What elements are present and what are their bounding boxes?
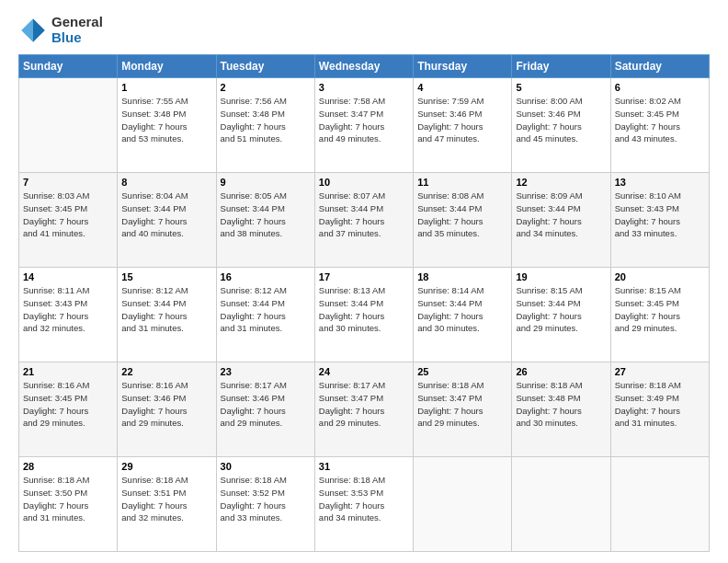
cell-content: Sunrise: 8:13 AM Sunset: 3:44 PM Dayligh… (319, 284, 409, 335)
cell-content: Sunrise: 7:55 AM Sunset: 3:48 PM Dayligh… (121, 95, 211, 145)
logo-icon (18, 16, 48, 45)
calendar-cell: 18Sunrise: 8:14 AM Sunset: 3:44 PM Dayli… (414, 268, 512, 362)
day-number: 8 (121, 177, 211, 188)
day-number: 15 (121, 271, 211, 282)
day-number: 30 (221, 461, 311, 472)
day-number: 9 (221, 177, 311, 188)
calendar-cell (414, 457, 512, 552)
day-number: 1 (121, 82, 211, 93)
calendar-cell: 23Sunrise: 8:17 AM Sunset: 3:46 PM Dayli… (216, 362, 314, 457)
day-number: 18 (417, 271, 507, 282)
day-number: 16 (221, 271, 311, 282)
cell-content: Sunrise: 8:18 AM Sunset: 3:49 PM Dayligh… (615, 379, 705, 430)
day-number: 23 (221, 366, 311, 377)
cell-content: Sunrise: 8:11 AM Sunset: 3:43 PM Dayligh… (23, 284, 113, 335)
calendar-cell: 1Sunrise: 7:55 AM Sunset: 3:48 PM Daylig… (118, 78, 216, 173)
calendar-cell: 6Sunrise: 8:02 AM Sunset: 3:45 PM Daylig… (610, 78, 709, 173)
calendar-cell: 17Sunrise: 8:13 AM Sunset: 3:44 PM Dayli… (314, 268, 413, 362)
cell-content: Sunrise: 8:12 AM Sunset: 3:44 PM Dayligh… (121, 284, 211, 335)
calendar-cell: 29Sunrise: 8:18 AM Sunset: 3:51 PM Dayli… (118, 457, 216, 552)
calendar-cell: 21Sunrise: 8:16 AM Sunset: 3:45 PM Dayli… (19, 362, 118, 457)
day-number: 4 (417, 82, 507, 93)
calendar-week-2: 7Sunrise: 8:03 AM Sunset: 3:45 PM Daylig… (19, 173, 710, 268)
cell-content: Sunrise: 8:18 AM Sunset: 3:47 PM Dayligh… (417, 379, 507, 430)
calendar-week-5: 28Sunrise: 8:18 AM Sunset: 3:50 PM Dayli… (19, 457, 710, 552)
calendar-week-1: 1Sunrise: 7:55 AM Sunset: 3:48 PM Daylig… (19, 78, 710, 173)
calendar-cell: 14Sunrise: 8:11 AM Sunset: 3:43 PM Dayli… (19, 268, 118, 362)
calendar-cell: 13Sunrise: 8:10 AM Sunset: 3:43 PM Dayli… (610, 173, 709, 268)
cell-content: Sunrise: 8:18 AM Sunset: 3:51 PM Dayligh… (121, 474, 211, 524)
calendar-cell: 20Sunrise: 8:15 AM Sunset: 3:45 PM Dayli… (610, 268, 709, 362)
cell-content: Sunrise: 8:09 AM Sunset: 3:44 PM Dayligh… (516, 190, 606, 240)
cell-content: Sunrise: 8:02 AM Sunset: 3:45 PM Dayligh… (615, 95, 705, 145)
cell-content: Sunrise: 8:16 AM Sunset: 3:45 PM Dayligh… (23, 379, 113, 430)
svg-marker-1 (21, 18, 33, 42)
calendar-cell: 30Sunrise: 8:18 AM Sunset: 3:52 PM Dayli… (216, 457, 314, 552)
day-number: 2 (221, 82, 311, 93)
day-number: 10 (319, 177, 409, 188)
day-number: 13 (615, 177, 705, 188)
col-header-thursday: Thursday (414, 55, 512, 78)
day-number: 7 (23, 177, 113, 188)
day-number: 3 (319, 82, 409, 93)
calendar-cell (19, 78, 118, 173)
calendar-cell: 9Sunrise: 8:05 AM Sunset: 3:44 PM Daylig… (216, 173, 314, 268)
calendar-cell (610, 457, 709, 552)
day-number: 5 (516, 82, 606, 93)
day-number: 12 (516, 177, 606, 188)
cell-content: Sunrise: 8:07 AM Sunset: 3:44 PM Dayligh… (319, 190, 409, 240)
calendar-header-row: SundayMondayTuesdayWednesdayThursdayFrid… (19, 55, 710, 78)
col-header-saturday: Saturday (610, 55, 709, 78)
day-number: 27 (615, 366, 705, 377)
cell-content: Sunrise: 8:16 AM Sunset: 3:46 PM Dayligh… (121, 379, 211, 430)
cell-content: Sunrise: 8:17 AM Sunset: 3:47 PM Dayligh… (319, 379, 409, 430)
cell-content: Sunrise: 8:08 AM Sunset: 3:44 PM Dayligh… (417, 190, 507, 240)
cell-content: Sunrise: 7:59 AM Sunset: 3:46 PM Dayligh… (417, 95, 507, 145)
cell-content: Sunrise: 8:14 AM Sunset: 3:44 PM Dayligh… (417, 284, 507, 335)
day-number: 22 (121, 366, 211, 377)
logo-blue: Blue (51, 30, 103, 46)
day-number: 19 (516, 271, 606, 282)
calendar-cell: 16Sunrise: 8:12 AM Sunset: 3:44 PM Dayli… (216, 268, 314, 362)
day-number: 6 (615, 82, 705, 93)
cell-content: Sunrise: 8:18 AM Sunset: 3:53 PM Dayligh… (319, 474, 409, 524)
calendar-cell: 8Sunrise: 8:04 AM Sunset: 3:44 PM Daylig… (118, 173, 216, 268)
calendar-cell: 5Sunrise: 8:00 AM Sunset: 3:46 PM Daylig… (512, 78, 610, 173)
cell-content: Sunrise: 8:18 AM Sunset: 3:52 PM Dayligh… (221, 474, 311, 524)
col-header-sunday: Sunday (19, 55, 118, 78)
col-header-monday: Monday (118, 55, 216, 78)
cell-content: Sunrise: 8:17 AM Sunset: 3:46 PM Dayligh… (221, 379, 311, 430)
cell-content: Sunrise: 8:12 AM Sunset: 3:44 PM Dayligh… (221, 284, 311, 335)
calendar-cell: 28Sunrise: 8:18 AM Sunset: 3:50 PM Dayli… (19, 457, 118, 552)
cell-content: Sunrise: 8:04 AM Sunset: 3:44 PM Dayligh… (121, 190, 211, 240)
calendar-week-4: 21Sunrise: 8:16 AM Sunset: 3:45 PM Dayli… (19, 362, 710, 457)
day-number: 11 (417, 177, 507, 188)
calendar-cell: 27Sunrise: 8:18 AM Sunset: 3:49 PM Dayli… (610, 362, 709, 457)
day-number: 20 (615, 271, 705, 282)
calendar-table: SundayMondayTuesdayWednesdayThursdayFrid… (18, 54, 710, 552)
calendar-cell: 19Sunrise: 8:15 AM Sunset: 3:44 PM Dayli… (512, 268, 610, 362)
cell-content: Sunrise: 8:15 AM Sunset: 3:45 PM Dayligh… (615, 284, 705, 335)
calendar-week-3: 14Sunrise: 8:11 AM Sunset: 3:43 PM Dayli… (19, 268, 710, 362)
day-number: 24 (319, 366, 409, 377)
col-header-tuesday: Tuesday (216, 55, 314, 78)
calendar-cell: 11Sunrise: 8:08 AM Sunset: 3:44 PM Dayli… (414, 173, 512, 268)
calendar-cell: 3Sunrise: 7:58 AM Sunset: 3:47 PM Daylig… (314, 78, 413, 173)
cell-content: Sunrise: 8:18 AM Sunset: 3:48 PM Dayligh… (516, 379, 606, 430)
day-number: 25 (417, 366, 507, 377)
calendar-cell: 12Sunrise: 8:09 AM Sunset: 3:44 PM Dayli… (512, 173, 610, 268)
day-number: 17 (319, 271, 409, 282)
cell-content: Sunrise: 8:15 AM Sunset: 3:44 PM Dayligh… (516, 284, 606, 335)
calendar-cell: 24Sunrise: 8:17 AM Sunset: 3:47 PM Dayli… (314, 362, 413, 457)
cell-content: Sunrise: 7:58 AM Sunset: 3:47 PM Dayligh… (319, 95, 409, 145)
page: General Blue SundayMondayTuesdayWednesda… (0, 0, 728, 563)
logo: General Blue (18, 15, 103, 45)
day-number: 14 (23, 271, 113, 282)
calendar-cell (512, 457, 610, 552)
calendar-cell: 4Sunrise: 7:59 AM Sunset: 3:46 PM Daylig… (414, 78, 512, 173)
cell-content: Sunrise: 8:00 AM Sunset: 3:46 PM Dayligh… (516, 95, 606, 145)
calendar-cell: 25Sunrise: 8:18 AM Sunset: 3:47 PM Dayli… (414, 362, 512, 457)
day-number: 31 (319, 461, 409, 472)
calendar-cell: 31Sunrise: 8:18 AM Sunset: 3:53 PM Dayli… (314, 457, 413, 552)
cell-content: Sunrise: 8:10 AM Sunset: 3:43 PM Dayligh… (615, 190, 705, 240)
